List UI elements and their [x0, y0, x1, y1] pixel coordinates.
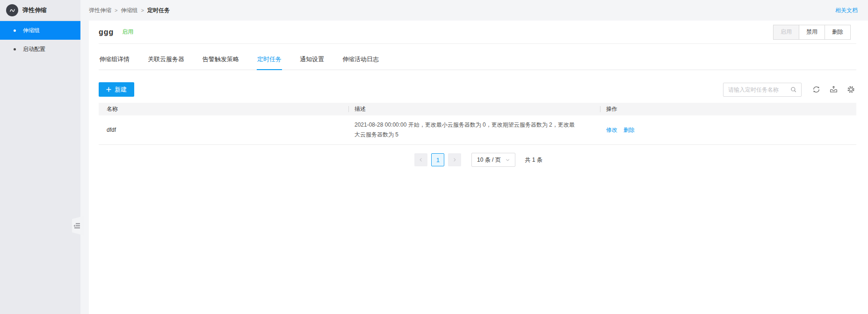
- sidebar: 弹性伸缩 伸缩组 启动配置: [0, 0, 80, 314]
- sidebar-item-scaling-group[interactable]: 伸缩组: [0, 21, 80, 40]
- export-button[interactable]: [828, 84, 839, 95]
- column-divider: [348, 106, 349, 112]
- top-strip: 弹性伸缩 > 伸缩组 > 定时任务 相关文档: [80, 0, 868, 21]
- settings-button[interactable]: [845, 84, 856, 95]
- pagination: 1 10 条 / 页 共 1 条: [99, 153, 856, 167]
- breadcrumb-item-scaling-group[interactable]: 伸缩组: [121, 7, 137, 14]
- chevron-down-icon: [505, 157, 510, 163]
- column-header-name: 名称: [99, 105, 348, 113]
- gear-icon: [846, 85, 855, 94]
- tab-bar: 伸缩组详情 关联云服务器 告警触发策略 定时任务 通知设置 伸缩活动日志: [99, 55, 856, 70]
- tab-notification-settings[interactable]: 通知设置: [299, 55, 325, 70]
- delete-link[interactable]: 删除: [623, 126, 635, 134]
- main-area: 弹性伸缩 > 伸缩组 > 定时任务 相关文档 ggg 启用 启用 禁用 删除 伸…: [80, 0, 868, 314]
- page-number-current[interactable]: 1: [431, 153, 444, 166]
- task-name-cell: dfdf: [99, 127, 348, 133]
- column-header-description: 描述: [348, 105, 600, 113]
- search-box: [723, 83, 802, 97]
- prev-page-button[interactable]: [414, 153, 427, 166]
- collapse-menu-icon: [73, 223, 80, 229]
- page-header: ggg 启用 启用 禁用 删除: [99, 21, 856, 44]
- column-header-operations: 操作: [600, 105, 856, 113]
- bullet-icon: [14, 29, 16, 32]
- breadcrumb-item-scheduled-tasks: 定时任务: [147, 7, 170, 14]
- toolbar: 新建: [99, 82, 856, 97]
- modify-link[interactable]: 修改: [606, 126, 617, 134]
- refresh-button[interactable]: [810, 84, 822, 95]
- page-title: ggg: [99, 28, 114, 36]
- tab-scheduled-tasks[interactable]: 定时任务: [257, 55, 282, 70]
- create-button[interactable]: 新建: [99, 82, 134, 97]
- create-button-label: 新建: [115, 86, 127, 94]
- sidebar-header: 弹性伸缩: [0, 0, 80, 21]
- page-size-select[interactable]: 10 条 / 页: [471, 153, 515, 167]
- header-action-buttons: 启用 禁用 删除: [773, 25, 851, 40]
- scheduled-tasks-table: 名称 描述 操作 dfdf 2021-08-28 00:00:00 开始，更改最…: [99, 103, 856, 145]
- tab-alarm-policies[interactable]: 告警触发策略: [202, 55, 239, 70]
- app-title: 弹性伸缩: [22, 6, 47, 14]
- export-icon: [829, 85, 838, 94]
- breadcrumb-separator: >: [115, 7, 117, 13]
- bullet-icon: [14, 48, 16, 50]
- chevron-right-icon: [452, 157, 457, 163]
- related-docs-link[interactable]: 相关文档: [835, 7, 858, 14]
- tab-scaling-activity-logs[interactable]: 伸缩活动日志: [342, 55, 379, 70]
- enable-button[interactable]: 启用: [773, 25, 799, 40]
- plus-icon: [106, 87, 111, 92]
- breadcrumb-item-elastic-scaling[interactable]: 弹性伸缩: [89, 7, 111, 14]
- table-body: dfdf 2021-08-28 00:00:00 开始，更改最小云服务器数为 0…: [99, 115, 856, 145]
- next-page-button[interactable]: [448, 153, 461, 166]
- sidebar-item-label: 伸缩组: [23, 27, 40, 35]
- sidebar-menu: 伸缩组 启动配置: [0, 21, 80, 58]
- column-divider: [600, 106, 600, 112]
- refresh-icon: [812, 85, 821, 94]
- status-badge: 启用: [122, 28, 133, 36]
- search-input[interactable]: [728, 86, 790, 93]
- chevron-left-icon: [418, 157, 424, 163]
- breadcrumb: 弹性伸缩 > 伸缩组 > 定时任务: [89, 7, 170, 14]
- table-header: 名称 描述 操作: [99, 103, 856, 115]
- disable-button[interactable]: 禁用: [799, 25, 825, 40]
- task-description-cell: 2021-08-28 00:00:00 开始，更改最小云服务器数为 0，更改期望…: [348, 115, 600, 144]
- sidebar-item-label: 启动配置: [23, 45, 45, 53]
- toolbar-right: [723, 83, 856, 97]
- tab-group-details[interactable]: 伸缩组详情: [99, 55, 130, 70]
- task-operations-cell: 修改 删除: [600, 126, 856, 134]
- elastic-scaling-logo-icon: [6, 4, 18, 16]
- page-size-value: 10 条 / 页: [477, 156, 501, 164]
- tab-associated-servers[interactable]: 关联云服务器: [147, 55, 185, 70]
- breadcrumb-separator: >: [141, 7, 144, 13]
- search-icon[interactable]: [790, 86, 797, 93]
- table-row: dfdf 2021-08-28 00:00:00 开始，更改最小云服务器数为 0…: [99, 115, 856, 145]
- total-count: 共 1 条: [525, 156, 542, 164]
- sidebar-item-launch-config[interactable]: 启动配置: [0, 40, 80, 58]
- content-panel: ggg 启用 启用 禁用 删除 伸缩组详情 关联云服务器 告警触发策略 定时任务…: [89, 21, 868, 314]
- delete-button[interactable]: 删除: [825, 25, 851, 40]
